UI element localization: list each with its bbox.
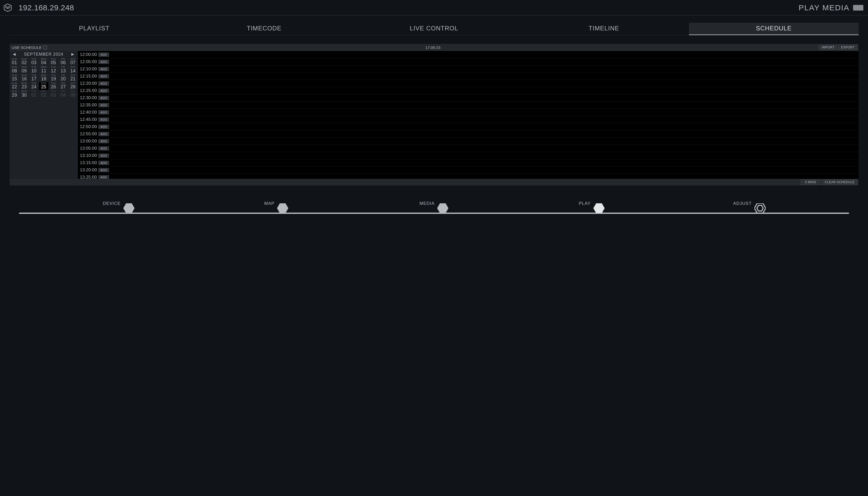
calendar-day[interactable]: WED04 bbox=[39, 58, 49, 66]
calendar: ◀ SEPTEMBER 2024 ▶ SUN01MON02TUE03WED04T… bbox=[10, 51, 78, 179]
slot-add-button[interactable]: ADD bbox=[98, 161, 109, 165]
slot-add-button[interactable]: ADD bbox=[98, 52, 109, 57]
tab-timeline[interactable]: TIMELINE bbox=[519, 23, 689, 35]
calendar-date: 03 bbox=[48, 93, 58, 98]
calendar-day[interactable]: THU05 bbox=[48, 58, 58, 66]
calendar-date: 12 bbox=[48, 68, 58, 74]
calendar-prev-icon[interactable]: ◀ bbox=[12, 52, 17, 56]
schedule-top-bar: USE SCHEDULE 17:05:23 IMPORT EXPORT bbox=[10, 44, 858, 51]
calendar-date: 07 bbox=[68, 60, 78, 65]
slot-add-button[interactable]: ADD bbox=[98, 125, 109, 129]
slot-add-button[interactable]: ADD bbox=[98, 60, 109, 64]
calendar-header: ◀ SEPTEMBER 2024 ▶ bbox=[10, 51, 78, 58]
slot-add-button[interactable]: ADD bbox=[98, 168, 109, 172]
tab-live-control[interactable]: LIVE CONTROL bbox=[349, 23, 519, 35]
calendar-next-icon[interactable]: ▶ bbox=[70, 52, 75, 56]
calendar-day[interactable]: FRI20 bbox=[58, 74, 68, 82]
calendar-day[interactable]: SUN15 bbox=[10, 74, 19, 82]
slot-add-button[interactable]: ADD bbox=[98, 89, 109, 93]
slot-add-button[interactable]: ADD bbox=[98, 146, 109, 151]
time-slot-row: 12:45:00ADD bbox=[78, 116, 858, 123]
clear-schedule-button[interactable]: CLEAR SCHEDULE bbox=[822, 180, 857, 185]
header-bar: 192.168.29.248 PLAY MEDIA bbox=[0, 0, 868, 15]
calendar-day[interactable]: FRI13 bbox=[58, 66, 68, 74]
calendar-day[interactable]: MON23 bbox=[19, 82, 29, 90]
calendar-day[interactable]: THU26 bbox=[48, 82, 58, 90]
slot-time: 12:20:00 bbox=[80, 81, 98, 86]
calendar-day[interactable]: FRI06 bbox=[58, 58, 68, 66]
slot-add-button[interactable]: ADD bbox=[98, 139, 109, 143]
calendar-date: 26 bbox=[48, 84, 58, 89]
hexagon-icon bbox=[593, 203, 605, 213]
calendar-date: 21 bbox=[68, 77, 78, 81]
tab-timecode[interactable]: TIMECODE bbox=[179, 23, 349, 35]
calendar-day[interactable]: TUE24 bbox=[29, 82, 39, 90]
calendar-day[interactable]: SUN08 bbox=[10, 66, 19, 74]
slot-time: 13:05:00 bbox=[80, 146, 98, 151]
calendar-day[interactable]: FRI04 bbox=[58, 90, 68, 98]
calendar-day[interactable]: WED11 bbox=[39, 66, 49, 74]
calendar-date: 09 bbox=[19, 68, 29, 74]
step-device[interactable]: DEVICE bbox=[103, 203, 135, 213]
interval-button[interactable]: 5 MINS bbox=[801, 180, 820, 185]
slot-add-button[interactable]: ADD bbox=[98, 118, 109, 122]
time-slot-row: 12:15:00ADD bbox=[78, 73, 858, 80]
calendar-day[interactable]: TUE17 bbox=[29, 74, 39, 82]
calendar-day[interactable]: TUE03 bbox=[29, 58, 39, 66]
calendar-day[interactable]: SAT07 bbox=[68, 58, 78, 66]
calendar-day[interactable]: SAT28 bbox=[68, 82, 78, 90]
device-ip: 192.168.29.248 bbox=[18, 3, 74, 12]
step-label: MAP bbox=[264, 201, 275, 206]
calendar-day[interactable]: THU03 bbox=[48, 90, 58, 98]
calendar-day[interactable]: MON02 bbox=[19, 58, 29, 66]
calendar-day[interactable]: SAT21 bbox=[68, 74, 78, 82]
calendar-day[interactable]: SUN29 bbox=[10, 90, 19, 98]
calendar-date: 17 bbox=[29, 77, 39, 81]
calendar-day[interactable]: MON30 bbox=[19, 90, 29, 98]
step-media[interactable]: MEDIA bbox=[420, 203, 448, 213]
calendar-day[interactable]: SAT05 bbox=[68, 90, 78, 98]
slot-add-button[interactable]: ADD bbox=[98, 154, 109, 158]
calendar-day[interactable]: FRI27 bbox=[58, 82, 68, 90]
step-map[interactable]: MAP bbox=[264, 203, 288, 213]
slot-add-button[interactable]: ADD bbox=[98, 132, 109, 136]
export-button[interactable]: EXPORT bbox=[838, 45, 857, 50]
slot-add-button[interactable]: ADD bbox=[98, 67, 109, 71]
svg-marker-2 bbox=[277, 203, 288, 213]
step-play[interactable]: PLAY bbox=[579, 203, 604, 213]
slot-add-button[interactable]: ADD bbox=[98, 74, 109, 78]
calendar-day[interactable]: THU12 bbox=[48, 66, 58, 74]
step-adjust[interactable]: ADJUST bbox=[733, 203, 766, 213]
calendar-date: 19 bbox=[48, 77, 58, 81]
time-slot-row: 12:25:00ADD bbox=[78, 87, 858, 94]
slot-add-button[interactable]: ADD bbox=[98, 81, 109, 86]
calendar-day[interactable]: TUE01 bbox=[29, 90, 39, 98]
import-button[interactable]: IMPORT bbox=[819, 45, 837, 50]
slot-add-button[interactable]: ADD bbox=[98, 110, 109, 114]
time-slot-row: 12:10:00ADD bbox=[78, 65, 858, 73]
tab-schedule[interactable]: SCHEDULE bbox=[689, 23, 859, 35]
calendar-day[interactable]: TUE10 bbox=[29, 66, 39, 74]
tab-playlist[interactable]: PLAYLIST bbox=[9, 23, 179, 35]
calendar-day[interactable]: SUN22 bbox=[10, 82, 19, 90]
current-time: 17:05:23 bbox=[47, 45, 819, 50]
calendar-date: 25 bbox=[39, 84, 49, 89]
hexagon-icon bbox=[277, 203, 288, 213]
time-slot-row: 12:30:00ADD bbox=[78, 94, 858, 102]
calendar-day[interactable]: WED02 bbox=[39, 90, 49, 98]
calendar-day[interactable]: WED18 bbox=[39, 74, 49, 82]
calendar-day[interactable]: THU19 bbox=[48, 74, 58, 82]
calendar-day[interactable]: MON09 bbox=[19, 66, 29, 74]
slot-time: 12:05:00 bbox=[80, 59, 98, 64]
calendar-day[interactable]: SAT14 bbox=[68, 66, 78, 74]
use-schedule-checkbox[interactable] bbox=[43, 46, 47, 49]
calendar-day[interactable]: MON16 bbox=[19, 74, 29, 82]
slot-add-button[interactable]: ADD bbox=[98, 103, 109, 107]
calendar-date: 20 bbox=[58, 77, 68, 81]
time-slot-row: 12:40:00ADD bbox=[78, 109, 858, 116]
slot-add-button[interactable]: ADD bbox=[98, 175, 109, 179]
calendar-date: 01 bbox=[29, 93, 39, 98]
calendar-day[interactable]: SUN01 bbox=[10, 58, 19, 66]
slot-add-button[interactable]: ADD bbox=[98, 96, 109, 100]
calendar-day[interactable]: WED25 bbox=[39, 82, 49, 90]
